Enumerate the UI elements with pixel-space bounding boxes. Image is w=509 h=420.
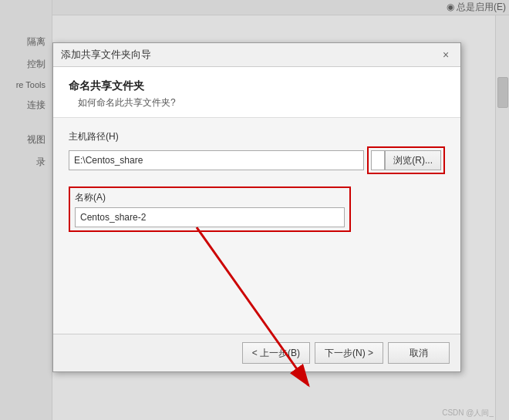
name-group: 名称(A) — [69, 186, 445, 232]
add-shared-folder-dialog: 添加共享文件夹向导 × 命名共享文件夹 如何命名此共享文件夹? 主机路径(H) … — [52, 42, 461, 372]
dialog-titlebar: 添加共享文件夹向导 × — [53, 43, 460, 67]
name-input[interactable] — [75, 207, 345, 227]
dialog-header: 命名共享文件夹 如何命名此共享文件夹? — [53, 67, 460, 118]
dialog-subheading: 如何命名此共享文件夹? — [78, 96, 445, 109]
browse-icon-box — [371, 150, 385, 170]
name-highlight: 名称(A) — [69, 186, 351, 232]
host-path-row: 浏览(R)... — [69, 146, 445, 174]
browse-button[interactable]: 浏览(R)... — [385, 150, 441, 170]
host-path-input[interactable] — [69, 150, 364, 170]
dialog-title: 添加共享文件夹向导 — [61, 48, 151, 62]
name-label: 名称(A) — [75, 191, 345, 204]
dialog-content: 主机路径(H) 浏览(R)... 名称(A) — [53, 118, 460, 334]
dialog-spacer — [69, 244, 445, 321]
dialog-heading: 命名共享文件夹 — [69, 79, 445, 93]
host-path-label: 主机路径(H) — [69, 130, 445, 143]
back-button[interactable]: < 上一步(B) — [242, 342, 310, 364]
browse-highlight: 浏览(R)... — [367, 146, 445, 174]
dialog-footer: < 上一步(B) 下一步(N) > 取消 — [53, 334, 460, 371]
cancel-button[interactable]: 取消 — [388, 342, 450, 364]
watermark: CSDN @人间_ — [442, 408, 494, 418]
dialog-close-button[interactable]: × — [439, 48, 453, 62]
host-path-group: 主机路径(H) 浏览(R)... — [69, 130, 445, 174]
next-button[interactable]: 下一步(N) > — [315, 342, 383, 364]
